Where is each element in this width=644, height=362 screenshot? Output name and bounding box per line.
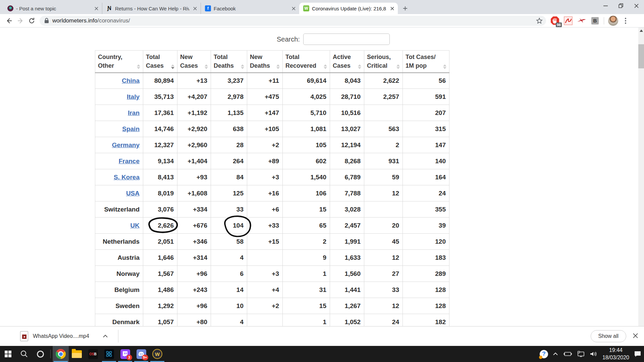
cell-active_cases: 1,991 xyxy=(330,234,364,250)
divider xyxy=(604,17,604,24)
close-icon[interactable] xyxy=(389,5,395,11)
taskbar-wow-icon[interactable]: W xyxy=(149,346,165,362)
b-extension-icon[interactable]: B xyxy=(590,16,600,25)
country-link[interactable]: France xyxy=(119,158,140,165)
column-header[interactable]: Serious,Critical xyxy=(364,51,403,73)
column-header[interactable]: ActiveCases xyxy=(330,51,364,73)
close-window-button[interactable] xyxy=(629,0,644,11)
taskbar-atom-app-icon[interactable] xyxy=(101,346,117,362)
battery-icon[interactable] xyxy=(563,351,572,357)
country-label: Denmark xyxy=(95,314,143,326)
back-icon[interactable] xyxy=(3,15,15,26)
cell-new_deaths: +15 xyxy=(247,234,283,250)
taskbar-file-explorer-icon[interactable] xyxy=(69,346,85,362)
tab-forum[interactable]: - Post a new topic xyxy=(3,3,102,14)
acrobat-icon[interactable] xyxy=(564,16,573,25)
cell-total_deaths: 1,135 xyxy=(211,105,247,121)
volume-icon[interactable] xyxy=(590,351,598,357)
cell-total_cases: 35,713 xyxy=(143,89,177,105)
download-item[interactable]: WhatsApp Video....mp4 xyxy=(20,331,108,341)
cell-serious_critical: 2,622 xyxy=(364,73,403,89)
discord-badge: 9+ xyxy=(142,355,148,360)
cell-active_cases: 2,457 xyxy=(330,218,364,234)
column-header[interactable]: TotalRecovered xyxy=(283,51,330,73)
search-input[interactable] xyxy=(303,34,390,45)
cell-new_cases: +96 xyxy=(177,266,211,282)
cell-total_cases: 1,646 xyxy=(143,250,177,266)
close-icon[interactable] xyxy=(93,5,99,11)
action-center-icon[interactable] xyxy=(634,351,641,357)
cell-active_cases: 8,268 xyxy=(330,153,364,169)
chevron-up-icon[interactable] xyxy=(103,333,108,339)
cortana-icon[interactable] xyxy=(32,346,48,362)
country-label: Switzerland xyxy=(95,201,143,218)
country-link[interactable]: Spain xyxy=(122,125,140,132)
cell-total_cases: 8,019 xyxy=(143,185,177,201)
bookmark-star-icon[interactable] xyxy=(536,17,543,24)
country-link[interactable]: UK xyxy=(130,222,140,229)
country-link[interactable]: Germany xyxy=(112,141,140,148)
start-button[interactable] xyxy=(0,346,16,362)
cell-tot_cases_1m: 56 xyxy=(403,73,449,89)
bird-icon[interactable] xyxy=(577,16,586,25)
column-header[interactable]: TotalDeaths xyxy=(211,51,247,73)
sort-icon[interactable] xyxy=(171,64,174,70)
sort-icon[interactable] xyxy=(324,64,327,70)
scroll-up-icon[interactable] xyxy=(640,29,643,32)
adblock-badge: 98 xyxy=(556,22,562,27)
tab-title: Facebook xyxy=(214,6,288,11)
country-link[interactable]: S. Korea xyxy=(114,174,140,181)
column-header[interactable]: NewCases xyxy=(177,51,211,73)
country-link[interactable]: Italy xyxy=(127,93,140,100)
taskbar-clock[interactable]: 19:4418/03/2020 xyxy=(602,347,629,361)
country-link[interactable]: Iran xyxy=(128,109,140,116)
column-header[interactable]: Country,Other xyxy=(95,51,143,73)
country-label: Netherlands xyxy=(95,234,143,250)
restore-button[interactable] xyxy=(613,0,629,11)
minimize-button[interactable] xyxy=(598,0,613,11)
hidden-icons-chevron[interactable] xyxy=(553,352,558,356)
close-icon[interactable] xyxy=(192,5,198,11)
facebook-icon: f xyxy=(205,5,211,11)
sort-icon[interactable] xyxy=(241,64,244,70)
vertical-scrollbar[interactable] xyxy=(638,27,644,326)
address-bar[interactable]: worldometers.info/coronavirus/ xyxy=(40,16,546,26)
browser-toolbar: worldometers.info/coronavirus/ 98 B xyxy=(0,14,644,27)
show-all-button[interactable]: Show all xyxy=(591,330,626,342)
close-download-bar-icon[interactable] xyxy=(633,333,638,340)
sort-icon[interactable] xyxy=(276,64,280,70)
cell-tot_cases_1m: 591 xyxy=(403,89,449,105)
column-header[interactable]: Tot Cases/1M pop xyxy=(403,51,449,73)
country-link[interactable]: China xyxy=(122,77,140,84)
tab-returns[interactable]: Ɲ Returns - How Can We Help - Riv xyxy=(102,3,201,14)
forward-icon[interactable] xyxy=(15,15,26,26)
refresh-icon[interactable] xyxy=(26,15,38,26)
taskbar-discord-icon[interactable]: 9+ xyxy=(133,346,149,362)
new-tab-button[interactable] xyxy=(400,4,410,13)
tab-facebook[interactable]: f Facebook xyxy=(201,3,299,14)
close-icon[interactable] xyxy=(290,5,297,11)
scrollbar-thumb[interactable] xyxy=(638,44,644,68)
system-tray: ? 19:4418/03/2020 xyxy=(540,346,641,362)
column-header[interactable]: NewDeaths xyxy=(247,51,283,73)
cell-new_deaths: +16 xyxy=(247,185,283,201)
cell-tot_cases_1m: 39 xyxy=(403,218,449,234)
tab-coronavirus-active[interactable]: W Coronavirus Update (Live): 216,82 xyxy=(299,3,398,14)
sort-icon[interactable] xyxy=(358,64,361,70)
taskbar-chrome-icon[interactable] xyxy=(53,346,69,362)
sort-icon[interactable] xyxy=(396,64,400,70)
sort-icon[interactable] xyxy=(443,64,446,70)
taskbar-obs-icon[interactable]: OSB xyxy=(85,346,101,362)
sort-icon[interactable] xyxy=(137,64,140,70)
column-header[interactable]: TotalCases xyxy=(143,51,177,73)
get-help-icon[interactable]: ? xyxy=(540,350,548,358)
adblock-icon[interactable]: 98 xyxy=(550,16,559,25)
taskbar-twitch-icon[interactable]: 3 xyxy=(117,346,133,362)
country-label: Belgium xyxy=(95,282,143,298)
network-icon[interactable] xyxy=(577,351,585,357)
country-link[interactable]: USA xyxy=(126,190,140,197)
profile-avatar[interactable] xyxy=(608,16,618,26)
sort-icon[interactable] xyxy=(205,64,208,70)
browser-menu-icon[interactable] xyxy=(622,18,629,24)
taskbar-search-icon[interactable] xyxy=(16,346,32,362)
